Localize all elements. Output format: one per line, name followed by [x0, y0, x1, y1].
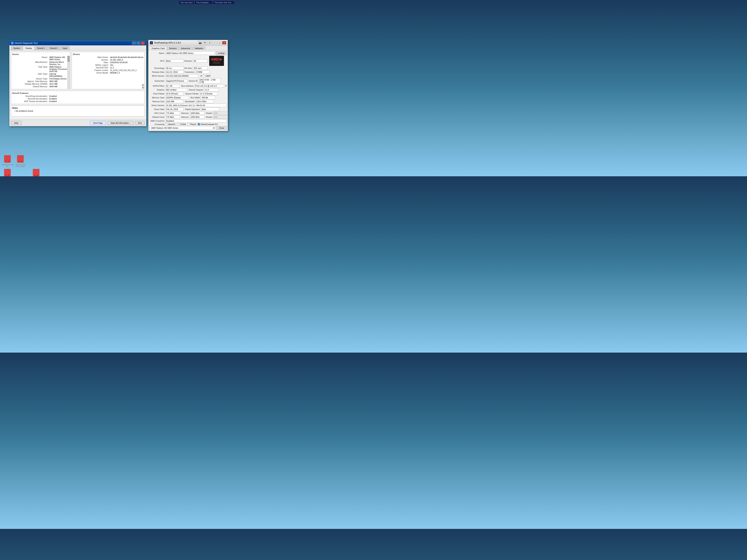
device-row-0: Name: AMD Radeon HD 6800 Series: [12, 56, 69, 60]
gpuz-gpu-field: Barts: [165, 59, 184, 62]
driver-label-1: Version:: [73, 59, 110, 61]
gpuz-titlebar-left: G TechPowerUp GPU-Z 2.8.0: [150, 41, 181, 44]
desktop-icon-2[interactable]: 26 eylül 2016 2017 yaban...: [14, 155, 27, 167]
notes-title: Notes: [12, 107, 144, 109]
gpuz-maximize[interactable]: □: [217, 41, 222, 45]
dxtool-icon: ✦: [11, 42, 14, 45]
uefi-checkbox[interactable]: [203, 75, 205, 77]
device-row-2: Chip Type: AMD Radeon Graphics Processor…: [12, 66, 69, 73]
gpuz-memsize-label: Memory Size: [150, 100, 164, 103]
gpuz-defshader-field: N/A: [213, 115, 228, 119]
taskbar-tab-nyt[interactable]: The New York Tim...: [213, 1, 235, 4]
gpuz-bandwidth-label: Bandwidth: [185, 100, 195, 103]
gpuz-tab-graphics[interactable]: Graphics Card: [150, 47, 167, 50]
save-all-button[interactable]: Save All Information...: [107, 121, 134, 125]
amd-logo: AMD≫ RADEON GRAPHICS: [209, 56, 224, 66]
desktop-icon-4[interactable]: [30, 169, 43, 176]
directx-features-section: DirectX Features DirectDraw Acceleration…: [11, 91, 145, 104]
feature-value-1: Enabled: [49, 98, 144, 100]
tab-sound1[interactable]: Sound 1: [35, 46, 47, 50]
desktop-icon-label-2: 26 eylül 2016 2017 yaban...: [14, 163, 27, 167]
gpuz-deviceid-field: 1002 6739 - 174B 174B: [199, 78, 221, 84]
close-button[interactable]: ✕: [141, 42, 145, 45]
tab-display[interactable]: Display: [23, 46, 34, 50]
device-value-0: AMD Radeon HD 6800 Series: [49, 56, 69, 60]
dxtool-content: Device Name: AMD Radeon HD 6800 Series M…: [9, 50, 146, 119]
gpuz-rops-row: ROPs/TMUs 32 / 48 Bus Interface PCIe x16…: [150, 84, 227, 87]
menu-button[interactable]: ≡: [208, 41, 212, 45]
driver-label-4: Direct3D DDI:: [73, 66, 110, 69]
desktop-icon-3[interactable]: [1, 169, 14, 176]
help-button[interactable]: Help: [11, 121, 22, 125]
gpuz-pixel-label: Pixel Fillrate: [150, 92, 164, 95]
gpuz-gpuclock-field: 775 MHz: [165, 111, 180, 115]
dxtool-titlebar-left: ✦ DirectX Diagnostic Tool: [11, 42, 37, 45]
gpuz-crossfire-label: AMD CrossFire: [150, 120, 164, 122]
drivers-scroll-right[interactable]: ►: [142, 84, 144, 86]
notes-section: Notes • No problems found.: [11, 106, 145, 117]
taskbar-tab-sun[interactable]: The Sun.html: [179, 1, 194, 4]
gpuz-shaders-label: Shaders: [150, 89, 164, 91]
directcompute-checkbox[interactable]: [198, 123, 200, 125]
gpuz-crossfire-row: AMD CrossFire Disabled: [150, 119, 227, 123]
gpuz-computing-row: Computing OpenCL CUDA PhysX DirectComput…: [150, 123, 227, 125]
gpuz-tab-advanced[interactable]: Advanced: [179, 47, 192, 50]
gpuz-close-button[interactable]: Close: [216, 126, 227, 130]
device-label-5: Approx. Total Memory:: [12, 80, 49, 82]
taskbar-tab-guardian[interactable]: The Guardian....: [195, 1, 213, 4]
gpuz-subvendor-label: Subvendor: [150, 80, 164, 82]
tab-sound2[interactable]: Sound 2: [48, 46, 60, 50]
driver-label-6: Driver Model:: [73, 72, 110, 74]
minimize-button[interactable]: ─: [132, 42, 136, 45]
dxtool-titlebar-controls: ─ □ ✕: [132, 42, 145, 45]
desktop-icon-1[interactable]: Öğretim İlemanı El...: [1, 155, 14, 167]
tab-system[interactable]: System: [11, 46, 23, 50]
next-page-button[interactable]: Next Page: [90, 121, 106, 125]
feature-value-2: Enabled: [49, 100, 144, 102]
amd-text: AMD≫: [211, 58, 222, 61]
gpuz-digsig-field: Beta: [201, 108, 220, 111]
gpuz-toolbar: 📷 ↻ ≡: [198, 41, 212, 45]
refresh-button[interactable]: ↻: [203, 41, 207, 45]
dxtool-window: ✦ DirectX Diagnostic Tool ─ □ ✕ System D…: [9, 41, 146, 126]
driver-value-3: Yes: [110, 64, 144, 66]
feature-row-0: DirectDraw Acceleration: Enabled: [12, 95, 144, 97]
pdf-icon-3: [4, 169, 11, 176]
bios-save-icon[interactable]: ↗: [200, 75, 202, 77]
exit-button[interactable]: Exit: [135, 121, 145, 125]
gpuz-defaultclock-row: Default Clock 775 MHz Memory 1000 MHz Sh…: [150, 115, 227, 119]
drivers-section: Drivers Main Driver: aticfx64.dll,aticfx…: [72, 52, 145, 89]
gpuz-minimize[interactable]: ─: [212, 41, 216, 45]
gpuz-close-x[interactable]: ✕: [222, 41, 226, 45]
maximize-button[interactable]: □: [136, 42, 140, 45]
device-scrollbar[interactable]: [68, 56, 70, 89]
opencl-checkbox[interactable]: [165, 123, 167, 125]
gpu-selector[interactable]: AMD Radeon HD 6800 Series: [150, 126, 215, 130]
gpuz-shaders-field: 960 Unified: [165, 88, 187, 91]
gpuz-window: G TechPowerUp GPU-Z 2.8.0 📷 ↻ ≡ ─ □ ✕ Gr…: [148, 40, 228, 131]
gpuz-driverdate-label: Driver Date: [150, 108, 164, 110]
gpuz-driverdate-row: Driver Date Feb 26, 2016 Digital Signatu…: [150, 108, 227, 111]
cuda-checkbox[interactable]: [177, 123, 179, 125]
gpuz-release-label: Release Date: [150, 71, 164, 73]
tab-input[interactable]: Input: [60, 46, 70, 50]
driver-value-1: 15.301.1901.0: [110, 59, 144, 61]
busif-help-icon[interactable]: ?: [225, 84, 227, 87]
gpuz-tab-sensors[interactable]: Sensors: [167, 47, 179, 50]
physx-checkbox[interactable]: [187, 123, 189, 125]
driver-row-3: WHQL Logo'd: Yes: [73, 64, 144, 66]
cuda-row: CUDA: [177, 123, 186, 125]
radeon-text: RADEON: [213, 61, 220, 63]
physx-label: PhysX: [190, 123, 196, 125]
gpuz-diesize-label: Die Size: [184, 67, 192, 69]
driver-value-4: 11.2: [110, 66, 144, 69]
drivers-scroll-down[interactable]: ▼: [142, 86, 144, 89]
gpuz-tab-validation[interactable]: Validation: [192, 47, 205, 50]
camera-button[interactable]: 📷: [198, 41, 202, 45]
feature-label-0: DirectDraw Acceleration:: [12, 95, 49, 97]
lookup-button[interactable]: Lookup: [216, 51, 227, 55]
driver-value-0: aticfx64.dll,aticfx64.dll,aticfx64.dll,a…: [110, 56, 144, 58]
gpuz-bios-label: BIOS Version: [150, 75, 164, 77]
gpuz-memsize-row: Memory Size 1024 MB Bandwidth 128.0 GB/s: [150, 100, 227, 103]
gpuz-title: TechPowerUp GPU-Z 2.8.0: [154, 42, 181, 44]
